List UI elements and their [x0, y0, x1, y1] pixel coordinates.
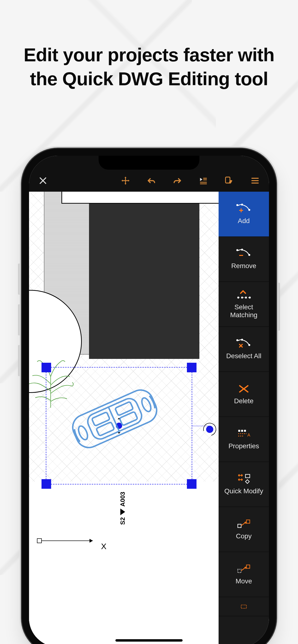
- svg-rect-36: [246, 565, 250, 568]
- svg-rect-33: [238, 524, 241, 528]
- home-indicator: [115, 639, 183, 642]
- svg-rect-1: [69, 386, 161, 452]
- side-item-label: Add: [236, 217, 251, 225]
- side-item-label: Move: [234, 578, 253, 585]
- side-item-add[interactable]: Add: [219, 192, 269, 237]
- svg-rect-27: [241, 430, 243, 432]
- side-item-label: Quick Modify: [223, 487, 265, 495]
- copy-icon: [236, 518, 252, 530]
- hand-gesture-icon: [224, 176, 234, 186]
- gesture-button[interactable]: [222, 174, 236, 187]
- quick-modify-icon: [236, 474, 252, 484]
- side-item-label: Remove: [230, 262, 258, 270]
- svg-point-25: [248, 344, 250, 346]
- undo-icon: [146, 176, 156, 186]
- more-icon: [236, 601, 252, 612]
- pan-button[interactable]: [119, 174, 132, 187]
- side-item-label: Delete: [233, 397, 255, 405]
- redo-icon: [173, 176, 182, 186]
- handle-top-right[interactable]: [187, 363, 197, 372]
- phone-mockup: S2 A003: [22, 148, 276, 644]
- add-selection-icon: [236, 203, 252, 214]
- side-item-label: Properties: [227, 442, 261, 450]
- svg-rect-2: [85, 396, 144, 442]
- pan-arrows-icon: [121, 176, 130, 186]
- handle-top-left[interactable]: [42, 363, 51, 372]
- side-item-label: Deselect All: [225, 352, 263, 360]
- svg-rect-28: [244, 430, 246, 432]
- axis-x-label: X: [101, 542, 106, 551]
- play-list-icon: [198, 176, 208, 186]
- properties-icon: A: [236, 428, 252, 440]
- remove-selection-icon: [236, 248, 252, 259]
- selection-box[interactable]: [46, 367, 192, 484]
- wall-line: [61, 192, 219, 204]
- side-panel: Add Remove: [219, 192, 269, 644]
- side-item-remove[interactable]: Remove: [219, 237, 269, 282]
- side-item-deselect-all[interactable]: Deselect All: [219, 327, 269, 372]
- playlist-button[interactable]: [197, 174, 210, 187]
- side-item-label: Copy: [234, 532, 253, 540]
- svg-rect-32: [245, 474, 250, 478]
- side-item-delete[interactable]: Delete: [219, 372, 269, 417]
- svg-text:A: A: [247, 433, 250, 438]
- section-id: S2: [119, 517, 126, 525]
- drawing-canvas[interactable]: S2 A003: [29, 192, 219, 644]
- select-matching-icon: [236, 290, 252, 300]
- car-block[interactable]: [64, 380, 165, 457]
- building-rect: [89, 192, 199, 359]
- marketing-headline: Edit your projects faster with the Quick…: [0, 43, 298, 91]
- redo-button[interactable]: [171, 174, 184, 187]
- close-icon: [38, 176, 48, 186]
- handle-bottom-left[interactable]: [42, 479, 51, 489]
- svg-rect-26: [238, 430, 240, 432]
- rotation-handle[interactable]: [206, 426, 213, 433]
- side-item-quick-modify[interactable]: Quick Modify: [219, 462, 269, 507]
- svg-rect-10: [37, 538, 42, 543]
- handle-bottom-right[interactable]: [187, 479, 197, 489]
- svg-rect-34: [246, 520, 250, 523]
- close-button[interactable]: [36, 174, 50, 187]
- section-triangle-icon: [120, 509, 125, 515]
- move-icon: [236, 564, 252, 574]
- side-item-properties[interactable]: A Properties: [219, 417, 269, 462]
- menu-button[interactable]: [248, 174, 262, 187]
- side-item-select-matching[interactable]: Select Matching: [219, 282, 269, 327]
- undo-button[interactable]: [145, 174, 158, 187]
- side-item-move[interactable]: Move: [219, 552, 269, 597]
- side-item-copy[interactable]: Copy: [219, 507, 269, 552]
- hamburger-icon: [250, 176, 260, 186]
- side-item-more[interactable]: [219, 597, 269, 616]
- svg-point-17: [248, 254, 250, 256]
- svg-point-21: [249, 296, 251, 298]
- ucs-axis: [36, 530, 99, 544]
- notch: [99, 156, 199, 170]
- section-ref: A003: [119, 492, 126, 507]
- delete-icon: [236, 383, 252, 394]
- side-item-label: Select Matching: [229, 303, 259, 319]
- section-marker: S2 A003: [119, 492, 126, 525]
- svg-rect-35: [238, 569, 241, 572]
- deselect-all-icon: [236, 338, 252, 349]
- svg-rect-37: [241, 605, 246, 608]
- svg-point-14: [248, 209, 250, 211]
- app-screen: S2 A003: [29, 156, 269, 644]
